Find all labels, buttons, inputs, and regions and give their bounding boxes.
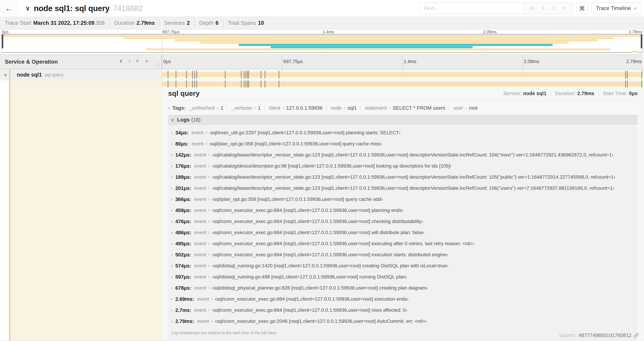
chevron-down-icon: ∨: [26, 5, 30, 12]
equals-sign: =: [465, 106, 467, 111]
log-marker: [261, 71, 261, 79]
log-marker: [196, 81, 197, 88]
log-field-key: event: [192, 141, 204, 147]
span-bar: [162, 82, 642, 87]
logs-header[interactable]: ∨ Logs (18): [168, 115, 638, 124]
span-name-cell[interactable]: ∨ node sql1 sql query: [0, 69, 162, 80]
log-entry[interactable]: ›2.79ms:event=‹sql/conn_executor_exec.go…: [168, 316, 638, 327]
minimap-scrubber-right[interactable]: [641, 35, 642, 48]
double-chevron-down-icon[interactable]: »: [135, 60, 140, 62]
trace-title-wrap[interactable]: ∨ node sql1: sql query 7418682: [26, 4, 143, 13]
view-selector-button[interactable]: Trace Timeline ∨: [591, 3, 641, 14]
equals-sign: =: [208, 241, 210, 246]
log-field-key: event: [194, 241, 206, 246]
span-bar-cell[interactable]: [162, 69, 642, 80]
log-entry[interactable]: ›2.7ms:event=‹sql/conn_executor_exec.go:…: [168, 305, 638, 316]
log-entry[interactable]: ›495μs:event=‹sql/conn_executor_exec.go:…: [168, 238, 638, 249]
link-icon[interactable]: [634, 333, 639, 338]
duration-label: Duration:: [555, 91, 576, 96]
chevron-right-icon[interactable]: ›: [129, 58, 130, 63]
log-marker: [248, 81, 249, 88]
top-bar-controls: ∧ ∨ ✕ ⌘ Trace Timeline ∨: [419, 3, 641, 14]
log-field-key: event: [194, 274, 206, 280]
log-field-key: event: [192, 130, 204, 136]
log-entry[interactable]: ›34μs:event=‹sql/exec_util.go:2297 [nsql…: [168, 127, 638, 138]
log-entry[interactable]: ›142μs:event=‹sql/catalog/lease/descript…: [168, 149, 638, 160]
collapse-controls: ∨ › » »: [119, 58, 148, 63]
log-entry[interactable]: ›476μs:event=‹sql/conn_executor_exec.go:…: [168, 216, 638, 227]
log-field-value: ‹sql/plan_opt.go:358 [nsql1,client=127.0…: [212, 196, 383, 202]
log-entry[interactable]: ›502μs:event=‹sql/conn_executor_exec.go:…: [168, 249, 638, 260]
chevron-up-icon[interactable]: ∧: [541, 6, 545, 11]
log-field-key: event: [194, 208, 206, 213]
gridline: [282, 54, 282, 69]
trace-title: node sql1: sql query: [34, 4, 110, 13]
minimap-span-bar: [146, 48, 610, 51]
chevron-right-icon: ›: [171, 219, 172, 224]
trace-summary-bar: Trace StartMarch 31 2022, 17:25:09.326Du…: [0, 17, 644, 30]
log-entry[interactable]: ›459μs:event=‹sql/conn_executor_exec.go:…: [168, 205, 638, 216]
chevron-down-icon[interactable]: ∨: [4, 72, 7, 78]
column-resizer[interactable]: ||: [157, 62, 160, 68]
minimap-span-bar: [200, 42, 569, 44]
clear-icon[interactable]: ✕: [562, 6, 566, 11]
minimap-canvas[interactable]: [2, 34, 642, 53]
gridline: [402, 54, 403, 69]
scrollbar-gutter[interactable]: [642, 30, 644, 341]
log-field-value: ‹sql/exec_util.go:2297 [nsql1,client=127…: [209, 130, 400, 136]
log-marker: [192, 81, 193, 88]
double-chevron-right-icon[interactable]: »: [145, 58, 148, 63]
minimap-tick-label: 0μs: [2, 30, 8, 34]
log-entry[interactable]: ›2.69ms:event=‹sql/conn_executor_exec.go…: [168, 293, 638, 305]
divider: [360, 105, 361, 111]
minimap-tick-label: 697.75μs: [162, 30, 180, 34]
log-entry[interactable]: ›597μs:event=‹sql/distsql_running.go:498…: [168, 271, 638, 282]
log-entry[interactable]: ›574μs:event=‹sql/distsql_running.go:142…: [168, 260, 638, 271]
back-button[interactable]: ←: [0, 0, 18, 17]
log-marker: [625, 71, 626, 79]
keyboard-shortcuts-button[interactable]: ⌘: [576, 3, 588, 14]
service-value: node sql1: [523, 91, 546, 96]
chevron-right-icon: ›: [171, 131, 172, 135]
chevron-down-icon: ∨: [171, 117, 174, 122]
gridline: [522, 54, 523, 69]
log-entry[interactable]: ›366μs:event=‹sql/plan_opt.go:358 [nsql1…: [168, 194, 638, 205]
service-operation-title: Service & Operation: [5, 59, 58, 65]
chevron-down-icon[interactable]: ∨: [119, 58, 123, 63]
divider: [223, 20, 223, 27]
log-field-value: ‹sql/conn_executor_exec.go:684 [nsql1,cl…: [212, 219, 423, 224]
log-marker: [176, 71, 176, 79]
start-time-value: 0μs: [629, 91, 638, 96]
equals-sign: =: [211, 319, 213, 324]
log-entry[interactable]: ›486μs:event=‹sql/conn_executor_exec.go:…: [168, 227, 638, 238]
tag-value: sql1: [348, 105, 356, 111]
log-field-key: event: [197, 296, 209, 302]
log-entry[interactable]: ›189μs:event=‹sql/catalog/lease/descript…: [168, 172, 638, 183]
log-marker: [168, 71, 168, 79]
crosshair-icon[interactable]: [530, 5, 535, 12]
log-entry[interactable]: ›201μs:event=‹sql/catalog/lease/descript…: [168, 183, 638, 194]
equals-sign: =: [208, 286, 210, 290]
log-timestamp: 80μs:: [175, 141, 188, 147]
log-field-value: ‹sql/plan_opt.go:358 [nsql1,client=127.0…: [209, 141, 382, 147]
log-marker: [627, 81, 628, 88]
log-entry[interactable]: ›80μs:event=‹sql/plan_opt.go:358 [nsql1,…: [168, 138, 638, 149]
tag-item: statement=SELECT * FROM users: [365, 105, 445, 111]
log-marker: [627, 71, 628, 79]
log-field-key: event: [197, 318, 209, 324]
find-input[interactable]: [420, 3, 523, 14]
minimap-scrubber-left[interactable]: [2, 35, 3, 48]
log-entry[interactable]: ›678μs:event=‹sql/distsql_physical_plann…: [168, 282, 638, 293]
ruler-tick-label: 697.75μs: [284, 59, 303, 64]
summary-label: Trace Start: [5, 20, 31, 26]
tag-key: _unfinished: [189, 105, 214, 111]
timeline-header-row: Service & Operation ∨ › » » || 0μs697.75…: [0, 54, 644, 69]
tag-value: 1: [258, 105, 260, 111]
tags-toggle[interactable]: › Tags: _unfinished=1_verbose=1client=12…: [168, 104, 638, 112]
chevron-down-icon[interactable]: ∨: [552, 6, 556, 11]
log-field-value: ‹sql/conn_executor_exec.go:684 [nsql1,cl…: [212, 208, 403, 213]
minimap-span-bar: [124, 37, 614, 39]
equals-sign: =: [208, 219, 210, 224]
log-entry[interactable]: ›176μs:event=‹sql/catalog/descs/descript…: [168, 160, 638, 172]
log-timestamp: 495μs:: [175, 241, 191, 247]
